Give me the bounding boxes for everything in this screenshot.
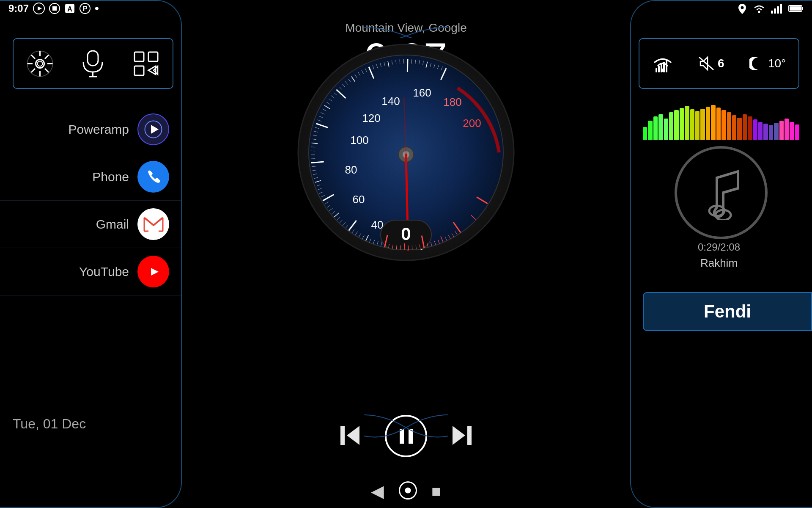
svg-line-26: [31, 69, 35, 72]
eq-bar-16: [727, 112, 731, 140]
equalizer: [639, 102, 804, 140]
sound-level: 6: [718, 57, 724, 70]
eq-bar-5: [669, 112, 673, 140]
left-panel: Poweramp Phone Gmail: [0, 0, 182, 508]
track-time: 0:29/2:08: [639, 241, 799, 253]
sound-icon: [698, 55, 714, 72]
signal-status-icon: [771, 3, 783, 14]
right-top-controls: 6 10°: [639, 38, 799, 89]
temperature: 10°: [768, 57, 786, 70]
song-title-badge: Fendi: [643, 292, 812, 331]
right-panel: 6 10° 0:29/2:08 Rakhim Fendi: [630, 0, 812, 508]
eq-bar-24: [769, 125, 773, 140]
svg-rect-168: [340, 426, 345, 445]
pause-button[interactable]: [385, 415, 427, 457]
nav-bar: ◀ ■: [364, 474, 448, 508]
eq-bar-27: [785, 119, 789, 140]
svg-text:80: 80: [345, 163, 357, 176]
eq-bar-21: [753, 119, 757, 140]
svg-rect-31: [134, 52, 144, 61]
svg-line-24: [45, 69, 49, 72]
settings-button[interactable]: [25, 49, 55, 78]
svg-rect-13: [780, 4, 782, 14]
app-item-poweramp[interactable]: Poweramp: [0, 106, 182, 153]
svg-point-8: [741, 6, 744, 9]
eq-bar-8: [685, 106, 689, 140]
center-area: Mountain View, Google 9:07: [182, 0, 630, 508]
svg-rect-15: [802, 7, 803, 10]
svg-text:180: 180: [443, 96, 461, 108]
apps-grid-button[interactable]: [131, 49, 161, 78]
app-icon-youtube: [137, 256, 169, 287]
svg-rect-16: [790, 6, 801, 11]
svg-line-73: [411, 59, 412, 64]
svg-rect-12: [777, 6, 779, 14]
eq-bar-29: [795, 124, 799, 140]
svg-text:140: 140: [381, 95, 400, 108]
eq-bar-17: [732, 115, 736, 140]
svg-rect-176: [656, 68, 657, 72]
svg-rect-10: [771, 11, 773, 14]
app-item-youtube[interactable]: YouTube: [0, 248, 182, 295]
eq-bar-2: [653, 116, 658, 140]
media-controls: [336, 415, 476, 457]
eq-bar-1: [648, 121, 652, 140]
svg-line-74: [407, 59, 408, 72]
app-item-phone[interactable]: Phone: [0, 153, 182, 201]
eq-bar-14: [716, 108, 721, 140]
app-item-gmail[interactable]: Gmail: [0, 201, 182, 248]
track-info: 0:29/2:08 Rakhim: [639, 241, 799, 278]
a-status-icon: A: [64, 3, 75, 14]
eq-bar-12: [706, 107, 710, 140]
svg-marker-167: [347, 426, 359, 445]
svg-text:200: 200: [463, 117, 481, 130]
eq-bar-28: [790, 122, 794, 140]
svg-rect-33: [134, 66, 144, 75]
svg-marker-171: [453, 426, 465, 445]
svg-rect-180: [666, 60, 667, 72]
location-status-icon: [737, 3, 748, 14]
svg-rect-11: [774, 8, 776, 14]
svg-rect-170: [409, 429, 413, 444]
stop-status-icon: [49, 3, 60, 14]
music-icon-circle: [675, 146, 768, 239]
p-status-icon: P: [80, 3, 91, 14]
status-left-icons: 9:07 A P •: [8, 2, 99, 15]
prev-button[interactable]: [336, 422, 364, 451]
eq-bar-19: [743, 114, 747, 140]
svg-line-76: [400, 59, 400, 64]
microphone-button[interactable]: [78, 49, 108, 78]
eq-bar-23: [763, 124, 768, 140]
app-list: Poweramp Phone Gmail: [0, 106, 182, 295]
svg-text:0: 0: [401, 224, 411, 244]
next-button[interactable]: [448, 422, 476, 451]
app-icon-poweramp: [137, 113, 169, 145]
eq-bar-7: [680, 108, 684, 140]
music-icon-area: [639, 144, 804, 241]
song-title: Fendi: [656, 301, 798, 322]
svg-rect-172: [467, 426, 472, 445]
eq-bar-3: [658, 114, 663, 140]
svg-rect-3: [52, 6, 57, 11]
eq-bar-20: [748, 116, 752, 140]
home-button[interactable]: [398, 481, 417, 502]
eq-bar-11: [700, 109, 705, 140]
recents-button[interactable]: ■: [431, 482, 441, 500]
app-label-poweramp: Poweramp: [69, 122, 129, 137]
music-note-icon: [696, 165, 746, 220]
eq-bar-13: [711, 105, 715, 140]
svg-point-27: [38, 61, 43, 66]
svg-line-23: [31, 55, 35, 59]
moon-icon: [749, 56, 765, 71]
location-text: Mountain View, Google: [182, 21, 630, 35]
eq-bar-10: [695, 111, 700, 140]
speedometer-container: 120 140 160 180 200 100 80 60 40 20 0 0: [296, 42, 516, 262]
status-bar: 9:07 A P •: [0, 0, 812, 17]
eq-bar-25: [774, 123, 778, 140]
eq-bar-0: [643, 127, 647, 140]
wifi-icon: [652, 54, 673, 73]
svg-marker-34: [148, 66, 156, 75]
eq-bar-15: [721, 110, 726, 140]
back-button[interactable]: ◀: [371, 481, 384, 501]
dot-status: •: [95, 2, 99, 15]
